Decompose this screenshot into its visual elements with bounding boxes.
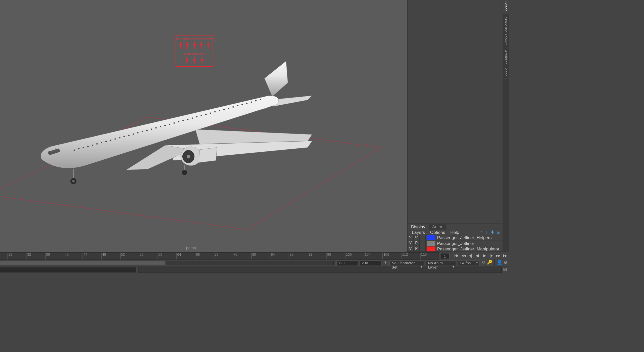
svg-point-56 bbox=[237, 105, 238, 106]
playback-end-field[interactable] bbox=[336, 260, 358, 266]
time-tick: 48 bbox=[101, 253, 106, 260]
time-tick: 28 bbox=[8, 253, 12, 260]
time-tick: 76 bbox=[233, 253, 237, 260]
anim-layer-combo[interactable]: No Anim Layer bbox=[426, 260, 456, 266]
svg-point-25 bbox=[96, 143, 98, 145]
svg-point-50 bbox=[210, 113, 211, 114]
layer-name-label: Passenger_Jetliner bbox=[436, 241, 474, 245]
svg-point-45 bbox=[187, 119, 188, 120]
layer-row[interactable]: V P Passenger_Jetliner_Helpers bbox=[408, 235, 503, 240]
fps-combo[interactable]: 24 fps bbox=[458, 260, 479, 266]
svg-point-53 bbox=[223, 109, 225, 110]
play-back-icon[interactable]: ◀ bbox=[474, 253, 480, 259]
svg-point-58 bbox=[246, 103, 248, 104]
layer-row[interactable]: V P Passenger_Jetliner bbox=[408, 240, 503, 246]
time-tick: 32 bbox=[26, 253, 31, 260]
viewport-camera-label: persp bbox=[186, 246, 196, 250]
side-tab-modeling-toolkit[interactable]: Modeling Toolkit bbox=[503, 14, 509, 47]
time-tick: 88 bbox=[289, 253, 294, 260]
svg-point-32 bbox=[128, 135, 130, 136]
svg-marker-0 bbox=[0, 117, 381, 230]
svg-point-24 bbox=[92, 145, 93, 146]
step-back-icon[interactable]: ◂| bbox=[467, 253, 473, 259]
svg-point-42 bbox=[173, 122, 175, 124]
character-set-combo[interactable]: No Character Set bbox=[389, 260, 424, 266]
svg-point-38 bbox=[155, 127, 157, 128]
layer-editor: DisplayAnim LayersOptionsHelp ↑ ↓ ✚ ⊕ V … bbox=[408, 224, 503, 252]
script-editor-icon[interactable]: ▤ bbox=[502, 267, 509, 273]
play-fwd-icon[interactable]: ▶ bbox=[481, 253, 487, 259]
svg-point-12 bbox=[208, 44, 209, 46]
layer-vis-toggle[interactable]: V bbox=[408, 246, 414, 251]
toggle-icon[interactable]: ▾ bbox=[382, 260, 388, 266]
layer-playback-toggle[interactable]: P bbox=[414, 246, 420, 251]
layer-new-selected-icon[interactable]: ⊕ bbox=[495, 229, 501, 235]
svg-point-43 bbox=[178, 121, 179, 122]
layer-type-toggle[interactable] bbox=[420, 235, 426, 240]
svg-point-54 bbox=[228, 108, 229, 109]
layers-menu-layers[interactable]: Layers bbox=[409, 230, 427, 235]
layer-move-up-icon[interactable]: ↑ bbox=[478, 229, 484, 235]
loop-icon[interactable]: ↻ bbox=[480, 260, 487, 266]
airplane-mesh bbox=[41, 61, 312, 184]
svg-point-21 bbox=[78, 148, 79, 150]
layer-color-swatch[interactable] bbox=[427, 235, 435, 240]
layer-color-swatch[interactable] bbox=[427, 246, 435, 251]
layer-color-swatch[interactable] bbox=[427, 241, 435, 245]
svg-point-28 bbox=[110, 140, 111, 141]
layers-tab-display[interactable]: Display bbox=[408, 224, 429, 230]
layer-type-toggle[interactable] bbox=[420, 246, 426, 251]
layer-playback-toggle[interactable]: P bbox=[414, 240, 420, 246]
svg-point-67 bbox=[72, 180, 75, 182]
svg-point-61 bbox=[260, 99, 261, 100]
range-slider[interactable] bbox=[0, 261, 334, 265]
svg-point-46 bbox=[191, 117, 193, 119]
go-end-icon[interactable]: ⏭ bbox=[502, 253, 508, 259]
layer-row[interactable]: V P Passenger_Jetliner_Manipulator bbox=[408, 246, 503, 252]
side-tab-channel-box---layer-editor[interactable]: Channel Box / Layer Editor bbox=[503, 0, 509, 14]
range-handle[interactable] bbox=[0, 261, 166, 265]
time-tick: 64 bbox=[176, 253, 181, 260]
svg-point-52 bbox=[219, 110, 220, 111]
time-tick: 120 bbox=[439, 253, 439, 260]
time-tick: 36 bbox=[45, 253, 50, 260]
step-back-key-icon[interactable]: ◂◂ bbox=[461, 253, 467, 259]
prefs-icon[interactable]: ⚙ bbox=[503, 260, 509, 266]
autokey-icon[interactable]: 🔑 bbox=[487, 260, 493, 266]
viewport-3d[interactable]: Flaps Ailerons Elevator Rudder Air Brake… bbox=[0, 0, 407, 252]
svg-point-29 bbox=[114, 138, 116, 140]
svg-point-4 bbox=[180, 44, 182, 46]
range-end-field[interactable] bbox=[360, 260, 381, 266]
layers-tab-anim[interactable]: Anim bbox=[429, 224, 446, 230]
prefs-icon[interactable]: 👤 bbox=[497, 260, 503, 266]
step-fwd-icon[interactable]: |▸ bbox=[488, 253, 494, 259]
time-tick: 52 bbox=[120, 253, 125, 260]
time-tick: 40 bbox=[64, 253, 69, 260]
svg-text:Flaps  Ailerons  Elevator  Rud: Flaps Ailerons Elevator Rudder Air Brake bbox=[175, 37, 214, 40]
layer-playback-toggle[interactable]: P bbox=[414, 235, 420, 240]
time-tick: 96 bbox=[326, 253, 331, 260]
svg-point-44 bbox=[182, 120, 184, 121]
time-tick: 68 bbox=[195, 253, 200, 260]
step-fwd-key-icon[interactable]: ▸▸ bbox=[495, 253, 501, 259]
svg-point-51 bbox=[214, 111, 216, 113]
go-start-icon[interactable]: ⏮ bbox=[454, 253, 460, 259]
svg-point-15 bbox=[186, 59, 188, 61]
time-tick: 80 bbox=[251, 253, 256, 260]
current-time-field[interactable] bbox=[440, 253, 450, 259]
command-output bbox=[138, 267, 502, 273]
svg-point-37 bbox=[151, 128, 152, 130]
layer-type-toggle[interactable] bbox=[420, 240, 426, 246]
layer-new-empty-icon[interactable]: ✚ bbox=[490, 229, 495, 235]
layer-vis-toggle[interactable]: V bbox=[408, 235, 414, 240]
layer-vis-toggle[interactable]: V bbox=[408, 240, 414, 246]
svg-point-31 bbox=[124, 136, 125, 137]
side-tab-attribute-editor[interactable]: Attribute Editor bbox=[503, 48, 509, 79]
time-slider[interactable]: 1481216202428323640444852566064687276808… bbox=[0, 252, 439, 260]
svg-point-48 bbox=[200, 115, 202, 116]
layers-menu-help[interactable]: Help bbox=[448, 230, 462, 235]
layer-move-down-icon[interactable]: ↓ bbox=[484, 229, 490, 235]
layers-menu-options[interactable]: Options bbox=[427, 230, 448, 235]
svg-point-8 bbox=[194, 44, 195, 46]
command-input[interactable] bbox=[0, 267, 136, 273]
